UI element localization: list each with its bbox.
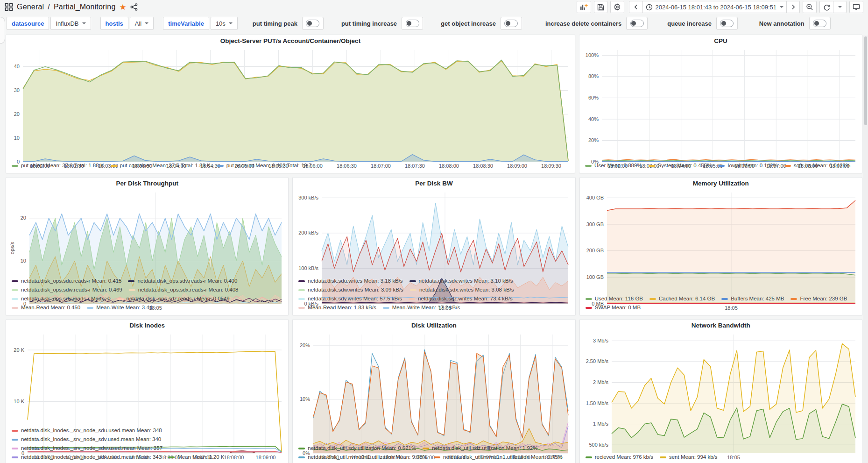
panel-title[interactable]: Network Bandwidth [580,320,862,331]
save-dashboard-button[interactable] [594,1,607,13]
add-panel-button[interactable] [577,1,591,13]
legend-item[interactable]: User Mean: 0.889% [585,161,642,170]
legend-item[interactable]: Free Mean: 239 GB [790,294,847,303]
time-controls: 2024-06-15 18:01:43 to 2024-06-15 18:09:… [629,1,800,13]
sidebar-drawer-handle[interactable] [0,17,5,44]
variable-label[interactable]: timeVariable [163,17,209,30]
legend-item[interactable]: netdata.disk.sdv.writes Mean: 3.10 kB/s [409,277,513,285]
legend-item[interactable]: Cached Mean: 6.14 GB [649,294,715,303]
legend-item[interactable]: netdata.disk.sdy.writes Mean: 57.5 kB/s [298,294,402,303]
legend-item[interactable]: netdata.disk_util.nvme1n1.utilization Me… [434,453,563,462]
cycle-view-mode-button[interactable] [849,1,863,13]
legend-item[interactable]: netdata.disk.sdu.writes Mean: 3.18 kB/s [298,277,402,285]
legend-item[interactable]: netdata.disk_inodes._srv_node_sdv.used.m… [12,435,161,444]
refresh-interval-dropdown[interactable] [833,1,847,13]
svg-text:10%: 10% [300,396,310,402]
legend-item[interactable]: Used Mean: 116 GB [586,294,643,303]
dashboards-grid-icon[interactable] [5,3,13,11]
chevron-down-icon [145,22,148,24]
panel-title[interactable]: Memory Utilization [580,178,862,189]
memory-utilization-legend: Used Mean: 116 GBCached Mean: 6.14 GBBuf… [580,294,862,315]
panel-title[interactable]: CPU [579,35,862,46]
legend-item[interactable]: Mean-Write Mean: 3.44 [87,303,152,312]
legend-item[interactable]: netdata.disk_inodes._srv_node_sdu.used.m… [12,426,162,435]
panel-cpu: CPU 0%20%40%60%80%100%18:02:0018:03:0018… [579,35,862,173]
variable-value-dropdown[interactable]: InfluxDB [50,17,91,30]
legend-item[interactable]: put container Mean: 37.5 Total: 1.88 K [111,161,211,170]
legend-item[interactable]: netdata.disk.sdx.writes Mean: 3.08 kB/s [410,285,514,294]
cpu-chart[interactable]: 0%20%40%60%80%100%18:02:0018:03:0018:04:… [582,46,859,161]
svg-text:100%: 100% [586,52,599,58]
toggle-switch[interactable] [809,17,831,30]
svg-text:30: 30 [14,87,20,93]
toggle-switch[interactable] [716,17,738,30]
legend-item[interactable]: put object Mean: 37.6 Total: 1.88 K [12,161,104,170]
panel-disk-inodes: Disk inodes 010 K20 K18:02:0018:03:0018:… [6,319,289,463]
page-scrollbar[interactable] [863,36,868,463]
legend-item[interactable]: Mean Mean: 1.20 K [168,453,224,462]
legend-item[interactable]: netdata.disk_ops.sdw.reads-r Mean: 0.469 [12,285,122,294]
legend-item[interactable]: Mean-Read Mean: 1.83 kB/s [298,303,376,312]
variable-datasource: datasource InfluxDB [7,17,91,30]
panel-title[interactable]: Per Disk Throughput [6,178,288,189]
legend-item[interactable]: soft_irq Mean: 0.0428% [784,161,850,170]
legend-item[interactable]: Iowait Mean: 0.142% [718,161,777,170]
disk-inodes-chart[interactable]: 010 K20 K18:02:0018:03:0018:04:0018:05:0… [9,331,285,426]
legend-item[interactable]: netdata.disk.sdz.writes Mean: 73.4 kB/s [409,294,513,303]
legend-item[interactable]: netdata.disk_util.nvme0n1.utilization Me… [298,453,427,462]
legend-item[interactable]: netdata.disk_inodes._srv_node_sdx.used.m… [12,453,162,462]
legend-item[interactable]: netdata.disk_ops.sdv.reads-r Mean: 0.400 [128,277,237,285]
legend-item[interactable]: netdata.disk_util.sdy.utilization Mean: … [298,444,416,453]
legend-item[interactable]: netdata.disk_ops.sdu.reads-r Mean: 0.415 [12,277,121,285]
share-icon[interactable] [130,3,138,11]
panel-title[interactable]: Object-Server PUT/s Account/Container/Ob… [6,35,575,46]
star-icon[interactable]: ★ [120,3,127,11]
variable-value-dropdown[interactable]: All [130,17,154,30]
per-disk-throughput-chart[interactable]: 0102018:05ops/s [9,189,285,276]
memory-utilization-chart[interactable]: 0 MB100 GB200 GB300 GB400 GB18:05 [583,189,859,294]
toggle-queue-increase: queue increase [667,17,738,30]
per-disk-bw-chart[interactable]: 0 kB/s100 kB/s200 kB/s300 kB/s18:05 [296,189,572,276]
legend-item[interactable]: Buffers Mean: 425 MB [721,294,784,303]
panel-title[interactable]: Disk inodes [6,320,288,331]
zoom-out-button[interactable] [803,1,817,13]
svg-text:40: 40 [14,64,20,69]
legend-item[interactable]: netdata.disk_ops.sdy.reads-r Mean: 0 [12,294,111,303]
toggle-switch[interactable] [402,17,423,30]
object-server-put-chart[interactable]: 01020304018:02:0018:02:3018:03:0018:03:3… [9,46,572,161]
refresh-button[interactable] [819,1,833,13]
dashboard-grid: Object-Server PUT/s Account/Container/Ob… [0,34,868,463]
legend-item[interactable]: netdata.disk.sdw.writes Mean: 3.09 kB/s [298,285,403,294]
disk-utilization-chart[interactable]: 0%10%20%18:02:0018:03:0018:04:0018:05:00… [296,331,572,443]
legend-item[interactable]: System Mean: 0.455% [649,161,712,170]
panel-memory-utilization: Memory Utilization 0 MB100 GB200 GB300 G… [579,177,862,315]
panel-title[interactable]: Per Disk BW [293,178,575,189]
scrollbar-thumb[interactable] [864,36,867,125]
toggle-switch[interactable] [302,17,324,30]
svg-text:20: 20 [21,215,26,221]
legend-item[interactable]: Mean-Read Mean: 0.450 [12,303,80,312]
legend-item[interactable]: SWAP Mean: 0 MB [586,303,641,312]
variable-value-dropdown[interactable]: 10s [211,17,238,30]
legend-item[interactable]: recieved Mean: 976 kb/s [586,453,653,462]
time-range-picker[interactable]: 2024-06-15 18:01:43 to 2024-06-15 18:09:… [642,1,787,13]
legend-item[interactable]: netdata.disk_inodes._srv_node_sdw.used.m… [12,444,162,453]
time-shift-forward-button[interactable] [786,1,800,13]
dashboard-folder[interactable]: General [17,3,44,11]
toggle-switch[interactable] [626,17,648,30]
variable-label[interactable]: datasource [7,17,49,30]
legend-item[interactable]: netdata.disk_ops.sdx.reads-r Mean: 0.408 [129,285,239,294]
panel-title[interactable]: Disk Utilization [293,320,575,331]
svg-text:80%: 80% [588,73,599,79]
svg-text:2.50 Mb/s: 2.50 Mb/s [586,358,608,364]
legend-item[interactable]: put account Mean: 0.402 Total: 19.7 [217,161,312,170]
variable-label[interactable]: hostls [100,17,128,30]
legend-item[interactable]: sent Mean: 994 kb/s [660,453,718,462]
legend-item[interactable]: Mean-Write Mean: 17.2 kB/s [383,303,460,312]
legend-item[interactable]: netdata.disk_ops.sdz.reads-r Mean: 0.054… [117,294,230,303]
dashboard-settings-button[interactable] [610,1,624,13]
toggle-switch[interactable] [501,17,522,30]
legend-item[interactable]: netdata.disk_util.sdz.utilization Mean: … [423,444,537,453]
time-shift-back-button[interactable] [629,1,642,13]
network-bandwidth-chart[interactable]: 500 kb/s1 Mb/s1.50 Mb/s2 Mb/s2.50 Mb/s3 … [583,331,859,452]
